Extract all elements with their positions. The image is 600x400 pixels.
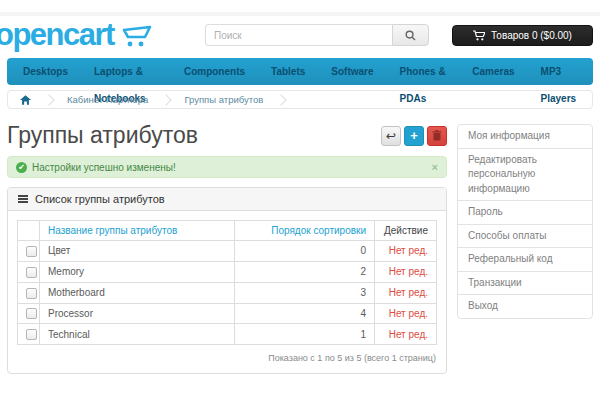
sidebar-item-referral-code[interactable]: Реферальный код bbox=[457, 247, 593, 272]
sort-order-cell: 4 bbox=[235, 303, 375, 324]
breadcrumb-item-affiliate[interactable]: Кабинет Партнера bbox=[67, 94, 148, 105]
edit-link[interactable]: Нет ред. bbox=[389, 266, 428, 277]
cart-button-label: Товаров 0 ($0.00) bbox=[491, 30, 572, 41]
action-cell: Нет ред. bbox=[375, 282, 437, 303]
row-checkbox[interactable] bbox=[26, 246, 37, 257]
group-name-cell: Memory bbox=[40, 261, 235, 282]
search-input[interactable] bbox=[205, 24, 392, 46]
cart-button[interactable]: Товаров 0 ($0.00) bbox=[452, 25, 593, 46]
attribute-groups-panel: Список группы атрибутов Название группы … bbox=[7, 187, 447, 374]
store-header: opencart Товаров 0 ($0.00) bbox=[7, 16, 593, 58]
add-button[interactable]: + bbox=[404, 126, 424, 146]
title-row: Группы атрибутов ↩ + bbox=[7, 122, 447, 149]
row-checkbox[interactable] bbox=[26, 267, 37, 278]
alert-close-icon[interactable]: × bbox=[432, 161, 438, 173]
nav-item-laptops[interactable]: Laptops & Notebooks bbox=[81, 58, 171, 85]
action-cell: Нет ред. bbox=[375, 241, 437, 262]
table-row: Processor 4 Нет ред. bbox=[18, 303, 437, 324]
column-header-sort-order: Порядок сортировки bbox=[235, 221, 375, 241]
sidebar-item-transactions[interactable]: Транзакции bbox=[457, 271, 593, 296]
column-header-name: Название группы атрибутов bbox=[40, 221, 235, 241]
account-menu: Моя информация Редактировать персональну… bbox=[457, 124, 593, 319]
row-checkbox[interactable] bbox=[26, 308, 37, 319]
action-cell: Нет ред. bbox=[375, 261, 437, 282]
main-column: Группы атрибутов ↩ + ✔ Настр bbox=[7, 115, 447, 374]
sort-order-cell: 0 bbox=[235, 241, 375, 262]
pagination-status: Показано с 1 по 5 из 5 (всего 1 страниц) bbox=[17, 345, 437, 364]
back-button[interactable]: ↩ bbox=[381, 126, 401, 146]
table-header-row: Название группы атрибутов Порядок сортир… bbox=[18, 221, 437, 241]
account-sidebar: Моя информация Редактировать персональну… bbox=[457, 124, 593, 374]
nav-item-desktops[interactable]: Desktops bbox=[10, 58, 81, 85]
sidebar-item-edit-info[interactable]: Редактировать персональную информацию bbox=[457, 148, 593, 202]
top-bar bbox=[0, 0, 600, 16]
search-box bbox=[205, 24, 429, 46]
search-icon bbox=[405, 30, 416, 41]
sort-order-cell: 1 bbox=[235, 324, 375, 345]
row-checkbox[interactable] bbox=[26, 288, 37, 299]
sidebar-item-password[interactable]: Пароль bbox=[457, 200, 593, 225]
attribute-groups-table: Название группы атрибутов Порядок сортир… bbox=[17, 220, 437, 345]
main-navigation: Desktops Laptops & Notebooks Components … bbox=[7, 58, 593, 85]
table-row: Memory 2 Нет ред. bbox=[18, 261, 437, 282]
sidebar-item-my-info[interactable]: Моя информация bbox=[457, 124, 593, 149]
sidebar-item-payment-methods[interactable]: Способы оплаты bbox=[457, 224, 593, 249]
breadcrumb-separator bbox=[43, 94, 54, 105]
sort-order-cell: 2 bbox=[235, 261, 375, 282]
page-title: Группы атрибутов bbox=[7, 122, 198, 149]
sort-order-cell: 3 bbox=[235, 282, 375, 303]
home-icon[interactable] bbox=[20, 95, 31, 105]
plus-icon: + bbox=[410, 129, 418, 142]
search-button[interactable] bbox=[392, 24, 429, 46]
checkbox-cell bbox=[18, 282, 40, 303]
trash-icon bbox=[432, 130, 442, 141]
breadcrumb-separator bbox=[276, 94, 287, 105]
panel-heading: Список группы атрибутов bbox=[8, 188, 446, 211]
back-icon: ↩ bbox=[386, 130, 396, 142]
check-circle-icon: ✔ bbox=[16, 162, 27, 173]
action-cell: Нет ред. bbox=[375, 303, 437, 324]
logo-cart-icon bbox=[121, 24, 155, 50]
nav-item-cameras[interactable]: Cameras bbox=[459, 58, 527, 85]
delete-button[interactable] bbox=[427, 126, 447, 146]
group-name-cell: Technical bbox=[40, 324, 235, 345]
column-header-action: Действие bbox=[375, 221, 437, 241]
select-all-header bbox=[18, 221, 40, 241]
edit-link[interactable]: Нет ред. bbox=[389, 308, 428, 319]
logo-text: opencart bbox=[0, 17, 114, 53]
group-name-cell: Цвет bbox=[40, 241, 235, 262]
breadcrumb-item-attribute-groups[interactable]: Группы атрибутов bbox=[184, 94, 263, 105]
sort-by-order-link[interactable]: Порядок сортировки bbox=[271, 225, 366, 236]
list-icon bbox=[18, 195, 28, 197]
nav-item-software[interactable]: Software bbox=[318, 58, 386, 85]
group-name-cell: Motherboard bbox=[40, 282, 235, 303]
checkbox-cell bbox=[18, 261, 40, 282]
opencart-logo[interactable]: opencart bbox=[0, 17, 155, 53]
action-header-label: Действие bbox=[384, 225, 428, 236]
group-name-cell: Processor bbox=[40, 303, 235, 324]
success-alert-text: Настройки успешно изменены! bbox=[32, 162, 176, 173]
cart-icon bbox=[473, 30, 485, 41]
checkbox-cell bbox=[18, 324, 40, 345]
sidebar-item-logout[interactable]: Выход bbox=[457, 294, 593, 319]
nav-item-components[interactable]: Components bbox=[171, 58, 258, 85]
panel-body: Название группы атрибутов Порядок сортир… bbox=[8, 211, 446, 373]
content-area: Группы атрибутов ↩ + ✔ Настр bbox=[7, 115, 593, 374]
edit-link[interactable]: Нет ред. bbox=[389, 245, 428, 256]
edit-link[interactable]: Нет ред. bbox=[389, 287, 428, 298]
nav-item-tablets[interactable]: Tablets bbox=[258, 58, 318, 85]
sort-by-name-link[interactable]: Название группы атрибутов bbox=[48, 225, 177, 236]
page-action-buttons: ↩ + bbox=[381, 126, 447, 146]
action-cell: Нет ред. bbox=[375, 324, 437, 345]
nav-item-phones[interactable]: Phones & PDAs bbox=[387, 58, 460, 85]
edit-link[interactable]: Нет ред. bbox=[389, 329, 428, 340]
panel-heading-text: Список группы атрибутов bbox=[35, 193, 165, 205]
checkbox-cell bbox=[18, 241, 40, 262]
row-checkbox[interactable] bbox=[26, 329, 37, 340]
table-row: Technical 1 Нет ред. bbox=[18, 324, 437, 345]
table-row: Motherboard 3 Нет ред. bbox=[18, 282, 437, 303]
table-row: Цвет 0 Нет ред. bbox=[18, 241, 437, 262]
breadcrumb-separator bbox=[161, 94, 172, 105]
nav-item-mp3[interactable]: MP3 Players bbox=[528, 58, 590, 85]
checkbox-cell bbox=[18, 303, 40, 324]
